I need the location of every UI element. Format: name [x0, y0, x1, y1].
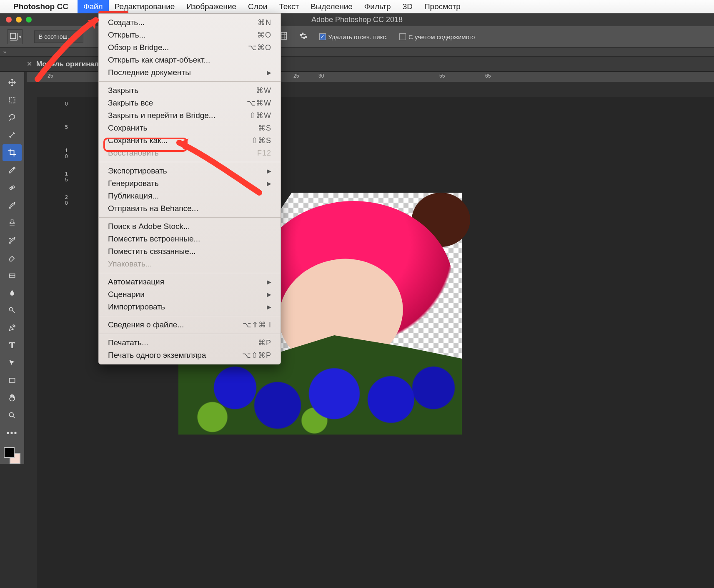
tool-eyedropper[interactable]	[3, 162, 22, 178]
tool-blur[interactable]	[3, 284, 22, 301]
tool-more[interactable]: •••	[3, 425, 22, 441]
menu-shortcut: F12	[257, 149, 271, 158]
menu-item[interactable]: Поместить связанные...	[99, 245, 281, 258]
window-minimize-button[interactable]	[16, 17, 22, 23]
menu-item[interactable]: Поиск в Adobe Stock...	[99, 220, 281, 233]
menu-item-label: Печать одного экземпляра	[108, 351, 242, 360]
delete-cropped-label: Удалить отсеч. пикс.	[328, 33, 388, 40]
tool-move[interactable]	[3, 74, 22, 91]
tool-history[interactable]	[3, 232, 22, 249]
tool-type[interactable]: T	[3, 337, 22, 354]
menu-item-label: Обзор в Bridge...	[108, 43, 248, 52]
delete-cropped-checkbox[interactable]: ✓ Удалить отсеч. пикс.	[319, 33, 388, 40]
tool-marquee[interactable]	[3, 92, 22, 108]
tool-lasso[interactable]	[3, 109, 22, 126]
menu-item-label: Публикация...	[108, 191, 271, 201]
menu-shortcut: ⌘W	[256, 86, 271, 95]
svg-point-10	[11, 188, 12, 188]
menu-shortcut: ⌥⌘W	[247, 98, 271, 108]
menu-item[interactable]: Обзор в Bridge...⌥⌘O	[99, 41, 281, 54]
document-tab-title[interactable]: Модель оригинал	[36, 60, 99, 68]
collapse-arrow-icon[interactable]: »	[3, 49, 6, 55]
menu-item-label: Отправить на Behance...	[108, 204, 271, 213]
tool-pen[interactable]	[3, 319, 22, 336]
menu-item-label: Печатать...	[108, 338, 258, 347]
menu-shortcut: ⌘P	[258, 338, 271, 347]
tab-close-icon[interactable]: ✕	[27, 60, 32, 68]
submenu-arrow-icon: ▶	[267, 291, 271, 298]
menu-item[interactable]: Поместить встроенные...	[99, 233, 281, 245]
ruler-tick: 30	[318, 73, 324, 79]
menu-item[interactable]: Открыть как смарт-объект...	[99, 54, 281, 66]
menu-item[interactable]: Последние документы▶	[99, 66, 281, 79]
menu-item-текст[interactable]: Текст	[273, 0, 305, 13]
tool-brush[interactable]	[3, 197, 22, 214]
ruler-tick: 25	[48, 73, 53, 79]
menu-item[interactable]: Экспортировать▶	[99, 165, 281, 177]
tool-bucket[interactable]	[3, 267, 22, 284]
submenu-arrow-icon: ▶	[267, 279, 271, 285]
tool-preset-picker[interactable]: ▾	[8, 29, 23, 44]
menu-item-label: Упаковать...	[108, 259, 271, 269]
tool-stamp[interactable]	[3, 214, 22, 231]
tool-zoom[interactable]	[3, 407, 22, 424]
menu-shortcut: ⌥⇧⌘ I	[243, 320, 271, 329]
tool-heal[interactable]	[3, 179, 22, 196]
menu-item-3d[interactable]: 3D	[397, 0, 418, 13]
ruler-tick: 25	[293, 73, 299, 79]
crop-ratio-label: В соотнош...	[39, 33, 72, 40]
content-aware-checkbox[interactable]: С учетом содержимого	[399, 33, 475, 40]
tool-path[interactable]	[3, 354, 22, 371]
menu-item[interactable]: Автоматизация▶	[99, 276, 281, 288]
submenu-arrow-icon: ▶	[267, 69, 271, 76]
menu-item[interactable]: Сохранить⌘S	[99, 122, 281, 134]
svg-point-15	[9, 412, 13, 417]
menu-item[interactable]: Закрыть и перейти в Bridge...⇧⌘W	[99, 109, 281, 122]
tool-crop[interactable]	[3, 144, 22, 161]
menu-item-label: Генерировать	[108, 179, 267, 188]
svg-rect-9	[10, 186, 15, 190]
gear-icon[interactable]	[299, 32, 308, 42]
menu-item-label: Поиск в Adobe Stock...	[108, 222, 271, 231]
ruler-tick: 5	[65, 124, 68, 130]
menu-shortcut: ⇧⌘S	[251, 136, 271, 145]
menu-item[interactable]: Сведения о файле...⌥⇧⌘ I	[99, 319, 281, 331]
tool-eraser[interactable]	[3, 249, 22, 266]
submenu-arrow-icon: ▶	[267, 180, 271, 187]
color-swatch[interactable]	[4, 447, 20, 464]
menu-shortcut: ⌥⇧⌘P	[242, 351, 271, 360]
menu-item[interactable]: Отправить на Behance...	[99, 202, 281, 215]
tool-shape[interactable]	[3, 372, 22, 389]
menu-item-слои[interactable]: Слои	[242, 0, 273, 13]
menu-item-просмотр[interactable]: Просмотр	[418, 0, 466, 13]
tool-hand[interactable]	[3, 389, 22, 406]
menu-item[interactable]: Публикация...	[99, 190, 281, 202]
menu-shortcut: ⇧⌘W	[249, 111, 271, 120]
tool-wand[interactable]	[3, 127, 22, 143]
crop-ratio-dropdown[interactable]: В соотнош...	[34, 30, 83, 43]
menu-item[interactable]: Печать одного экземпляра⌥⇧⌘P	[99, 349, 281, 362]
submenu-arrow-icon: ▶	[267, 304, 271, 310]
menu-item[interactable]: Печатать...⌘P	[99, 337, 281, 349]
menu-item[interactable]: Генерировать▶	[99, 177, 281, 190]
menu-shortcut: ⌘N	[258, 18, 271, 27]
menu-item-изображение[interactable]: Изображение	[180, 0, 242, 13]
ruler-tick: 2 0	[65, 194, 68, 206]
menu-item[interactable]: Создать...⌘N	[99, 16, 281, 29]
menu-item[interactable]: Закрыть все⌥⌘W	[99, 97, 281, 109]
menu-item-label: Последние документы	[108, 68, 267, 77]
menu-item[interactable]: Открыть...⌘O	[99, 29, 281, 41]
menu-item-label: Сценарии	[108, 290, 267, 299]
menu-item-фильтр[interactable]: Фильтр	[358, 0, 397, 13]
menu-item[interactable]: Сценарии▶	[99, 288, 281, 301]
window-zoom-button[interactable]	[26, 17, 32, 23]
tool-dodge[interactable]	[3, 302, 22, 319]
menu-shortcut: ⌘O	[257, 30, 271, 40]
window-close-button[interactable]	[6, 17, 12, 23]
app-name[interactable]: Photoshop CC	[13, 2, 68, 11]
menu-item[interactable]: Импортировать▶	[99, 301, 281, 313]
menu-item-label: Закрыть	[108, 86, 256, 95]
menu-item-выделение[interactable]: Выделение	[305, 0, 358, 13]
menu-item[interactable]: Закрыть⌘W	[99, 84, 281, 97]
submenu-arrow-icon: ▶	[267, 168, 271, 174]
